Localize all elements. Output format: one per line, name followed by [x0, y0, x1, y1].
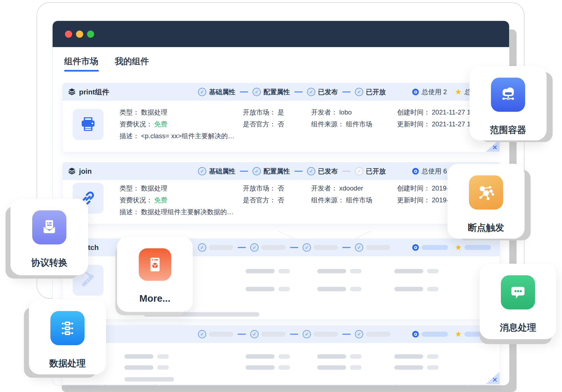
- browser-window: 组件市场 我的组件 print组件 ✓基础属性 ✓配置属性: [52, 21, 509, 385]
- card-steps: ✓基础属性 ✓配置属性 ✓已发布 ✓已开放: [198, 83, 386, 101]
- feature-label: 协议转换: [31, 257, 67, 269]
- field-open-market: 开放市场：是: [243, 108, 284, 117]
- card-title: print组件: [79, 87, 109, 97]
- step-check-icon: ✓: [250, 330, 259, 338]
- cloud-network-icon: [491, 78, 525, 112]
- step-check-icon: ✓: [307, 88, 315, 96]
- feature-card-breakpoint-trigger: 断点触发: [447, 164, 525, 239]
- field-created: 创建时间：2019-1: [397, 184, 452, 193]
- field-developer: 开发者：lobo: [311, 108, 352, 117]
- step-divider: [238, 334, 246, 335]
- step-divider: [238, 247, 246, 248]
- field-developer: 开发者：xdooder: [311, 184, 363, 193]
- skeleton-bar-blue: [465, 245, 491, 250]
- field-updated: 更新时间：2019-1: [397, 196, 452, 205]
- usage-icon: [412, 331, 419, 337]
- usage-counter-skeleton: [412, 325, 448, 343]
- app-store-icon: [139, 248, 171, 281]
- step-check-icon: ✓: [198, 243, 206, 252]
- maximize-window-button[interactable]: [87, 31, 94, 38]
- step-divider: [342, 334, 351, 335]
- skeleton-bar-blue: [422, 245, 448, 250]
- layers-icon: [68, 88, 76, 96]
- component-card-print[interactable]: print组件 ✓基础属性 ✓配置属性 ✓已发布 ✓已开放 总使用 2 ★ 总评: [62, 83, 500, 152]
- component-card-skeleton[interactable]: ✓ ✓ ✓ ✓ ★: [62, 325, 500, 385]
- step-divider: [294, 171, 303, 172]
- rating-counter-skeleton: ★: [455, 239, 491, 256]
- step-check-icon: ✓: [198, 167, 206, 175]
- card-steps-skeleton: ✓ ✓ ✓ ✓: [198, 325, 390, 343]
- minimize-window-button[interactable]: [76, 31, 83, 38]
- step-divider: [290, 247, 298, 248]
- skeleton-bar-blue: [422, 332, 448, 337]
- skeleton-field: [124, 354, 169, 359]
- skeleton-field: [394, 287, 439, 291]
- window-titlebar: [53, 21, 509, 47]
- step-check-icon: ✓: [355, 330, 363, 338]
- step-divider: [342, 171, 351, 172]
- field-type: 类型：数据处理: [120, 184, 167, 193]
- card-title-group: print组件: [68, 83, 109, 101]
- star-icon: ★: [455, 244, 462, 251]
- step-check-icon: ✓: [198, 330, 206, 338]
- tab-label: 我的组件: [115, 56, 149, 66]
- card-title-group: join: [68, 162, 92, 180]
- usage-icon: [412, 168, 419, 175]
- layers-icon: [68, 168, 76, 175]
- skeleton-field: [317, 269, 362, 273]
- step-check-icon-pending: ✓: [355, 167, 363, 175]
- feature-card-range-container: 范围容器: [469, 66, 547, 140]
- printer-icon: [80, 116, 97, 133]
- tab-bar: 组件市场 我的组件: [64, 56, 149, 72]
- skeleton-description: [124, 377, 174, 382]
- field-source: 组件来源：组件市场: [311, 120, 372, 129]
- field-updated: 更新时间：2021-11-27 11:2: [397, 120, 479, 129]
- card-steps: ✓基础属性 ✓配置属性 ✓已发布 ✓已开放: [198, 162, 386, 180]
- field-fee: 资费状况：免费: [120, 196, 167, 205]
- skeleton-bar: [209, 245, 233, 250]
- feature-label: 数据处理: [49, 357, 86, 370]
- skeleton-field: [317, 354, 362, 359]
- feature-label: More...: [139, 293, 170, 304]
- skeleton-field: [394, 269, 439, 273]
- field-description: 描述：<p.class= xx>组件主要解决的…: [120, 132, 234, 140]
- page: 组件市场 我的组件 print组件 ✓基础属性 ✓配置属性: [0, 0, 562, 392]
- close-window-button[interactable]: [65, 31, 72, 38]
- tab-my-components[interactable]: 我的组件: [115, 56, 149, 72]
- feature-label: 消息处理: [500, 322, 536, 334]
- skeleton-bar: [261, 332, 286, 337]
- chat-bubble-icon: [501, 275, 535, 309]
- skeleton-bar: [314, 245, 338, 250]
- skeleton-field: [394, 365, 439, 370]
- component-icon-box: [73, 109, 104, 140]
- step-divider: [290, 334, 298, 335]
- field-fee: 资费状况：免费: [120, 120, 167, 129]
- step-check-icon: ✓: [303, 243, 311, 252]
- feature-card-data-processing: 数据处理: [29, 300, 106, 374]
- field-type: 类型：数据处理: [120, 108, 167, 117]
- step-divider: [342, 247, 351, 248]
- skeleton-field: [246, 287, 290, 291]
- usage-counter-skeleton: [412, 239, 448, 256]
- feature-card-message-processing: 消息处理: [480, 264, 556, 339]
- step-check-icon: ✓: [355, 243, 363, 252]
- field-open-market: 开放市场：否: [243, 184, 284, 193]
- card-steps-skeleton: ✓ ✓ ✓ ✓: [198, 239, 390, 256]
- usage-counter: 总使用 2: [412, 83, 447, 101]
- skeleton-field: [246, 354, 290, 359]
- field-source: 组件来源：组件市场: [311, 196, 372, 205]
- star-icon: ★: [455, 330, 462, 338]
- field-official: 是否官方：否: [243, 196, 284, 205]
- molecule-icon: [469, 175, 503, 209]
- field-description: 描述：数据处理组件主要解决数据的…: [120, 208, 234, 216]
- tab-component-market[interactable]: 组件市场: [64, 56, 98, 72]
- step-check-icon: ✓: [303, 330, 311, 338]
- skeleton-field: [317, 287, 362, 291]
- step-divider: [342, 91, 351, 92]
- step-check-icon: ✓: [307, 167, 315, 175]
- data-pipeline-icon: [50, 311, 85, 345]
- component-card-join[interactable]: join ✓基础属性 ✓配置属性 ✓已发布 ✓已开放 总使用 6 ★ 总评: [62, 162, 500, 224]
- close-card-icon[interactable]: ✕: [492, 377, 498, 383]
- step-divider: [240, 91, 248, 92]
- close-card-icon[interactable]: ✕: [492, 144, 498, 151]
